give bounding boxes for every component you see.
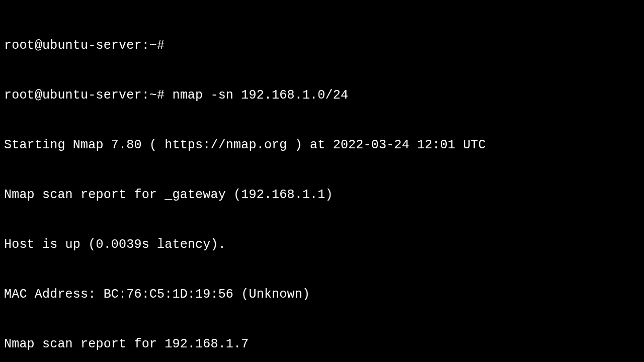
terminal-window[interactable]: root@ubuntu-server:~# root@ubuntu-server…: [4, 4, 640, 362]
terminal-line: Nmap scan report for _gateway (192.168.1…: [4, 187, 640, 203]
terminal-line: MAC Address: BC:76:C5:1D:19:56 (Unknown): [4, 286, 640, 303]
terminal-line: root@ubuntu-server:~#: [4, 37, 640, 54]
terminal-line: Nmap scan report for 192.168.1.7: [4, 336, 640, 352]
terminal-line: root@ubuntu-server:~# nmap -sn 192.168.1…: [4, 87, 640, 104]
terminal-line: Host is up (0.0039s latency).: [4, 236, 640, 253]
terminal-line: Starting Nmap 7.80 ( https://nmap.org ) …: [4, 137, 640, 153]
